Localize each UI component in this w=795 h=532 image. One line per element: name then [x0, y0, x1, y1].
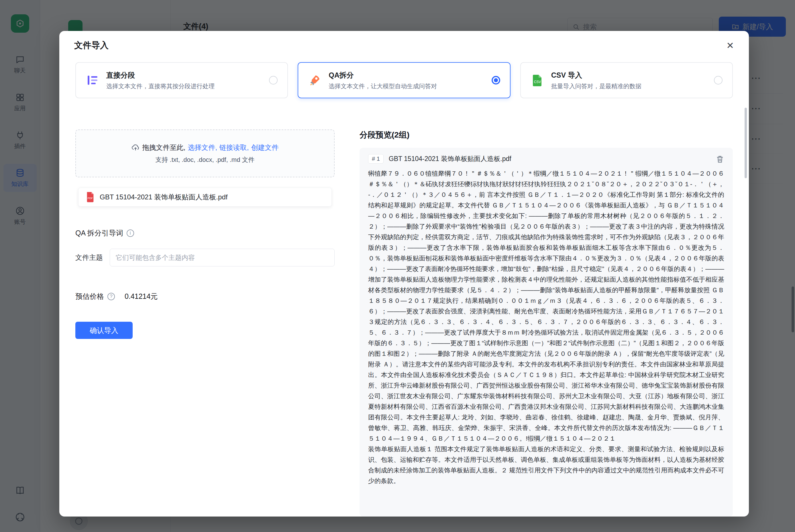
mode-texts: QA拆分 选择文本文件，让大模型自动生成问答对: [328, 71, 437, 90]
preview-column: 分段预览(2组) # 1 GBT 15104-2021 装饰单板贴面人造板.pd…: [360, 130, 733, 516]
supported-formats-text: 支持 .txt, .doc, .docx, .pdf, .md 文件: [155, 155, 255, 164]
uploaded-file-name: GBT 15104-2021 装饰单板贴面人造板.pdf: [100, 192, 227, 202]
mode-card-qa-split[interactable]: QA拆分 选择文本文件，让大模型自动生成问答对: [298, 62, 510, 98]
modal-body: 拖拽文件至此, 选择文件, 链接读取, 创建文件 支持 .txt, .doc, …: [75, 130, 733, 516]
help-icon[interactable]: ?: [108, 293, 115, 300]
preview-chunk-card: # 1 GBT 15104-2021 装饰单板贴面人造板.pdf 犐犆犛７９．０…: [360, 148, 733, 516]
svg-text:PDF: PDF: [88, 197, 93, 200]
file-import-modal: 文件导入 ✕ 直接分段 选择文本文件，直接将其按分段进行处理: [59, 31, 749, 516]
modal-header: 文件导入 ✕: [59, 31, 749, 57]
radio-dot: [494, 78, 498, 82]
topic-label: 文件主题: [75, 253, 103, 262]
chunk-filename: GBT 15104-2021 装饰单板贴面人造板.pdf: [389, 154, 511, 163]
upload-cloud-icon: [131, 143, 140, 152]
csv-icon: CSV: [531, 73, 544, 87]
drop-text-prefix: 拖拽文件至此,: [142, 143, 185, 152]
segment-icon: [86, 73, 99, 87]
topic-row: 文件主题: [75, 249, 335, 266]
mode-title: QA拆分: [328, 71, 437, 80]
mode-desc: 选择文本文件，让大模型自动生成问答对: [328, 82, 437, 90]
chunk-header: # 1 GBT 15104-2021 装饰单板贴面人造板.pdf: [368, 154, 724, 164]
modal-title: 文件导入: [74, 40, 109, 51]
mode-texts: CSV 导入 批量导入问答对，是最精准的数据: [551, 71, 641, 90]
topic-input[interactable]: [110, 249, 335, 266]
price-label: 预估价格: [75, 292, 104, 301]
price-row: 预估价格 ? 0.41214元: [75, 292, 335, 301]
rocket-icon: [308, 73, 322, 87]
delete-chunk-button[interactable]: [716, 155, 724, 163]
mode-desc: 选择文本文件，直接将其按分段进行处理: [106, 82, 214, 90]
pdf-file-icon: PDF: [86, 191, 95, 203]
qa-prompt-row: QA 拆分引导词 i: [75, 228, 335, 238]
mode-texts: 直接分段 选择文本文件，直接将其按分段进行处理: [106, 71, 214, 90]
svg-text:CSV: CSV: [534, 80, 541, 84]
screen: 聊天 应用 插件: [0, 0, 795, 532]
mode-card-csv-import[interactable]: CSV CSV 导入 批量导入问答对，是最精准的数据: [520, 62, 733, 98]
radio-inner: [493, 77, 499, 83]
mode-title: CSV 导入: [551, 71, 641, 80]
import-mode-row: 直接分段 选择文本文件，直接将其按分段进行处理 QA拆分 选择文本文件，让大模型…: [75, 62, 733, 98]
link-read-link[interactable]: 链接读取,: [220, 143, 249, 152]
upload-column: 拖拽文件至此, 选择文件, 链接读取, 创建文件 支持 .txt, .doc, …: [75, 130, 335, 516]
mode-card-direct-segment[interactable]: 直接分段 选择文本文件，直接将其按分段进行处理: [75, 62, 288, 98]
select-file-link[interactable]: 选择文件,: [188, 143, 217, 152]
file-drop-area[interactable]: 拖拽文件至此, 选择文件, 链接读取, 创建文件 支持 .txt, .doc, …: [75, 130, 335, 177]
create-file-link[interactable]: 创建文件: [251, 143, 279, 152]
trash-icon: [716, 155, 724, 163]
price-value: 0.41214元: [125, 292, 157, 301]
close-icon[interactable]: ✕: [726, 41, 734, 50]
mode-radio[interactable]: [269, 76, 278, 84]
chunk-index-badge: # 1: [368, 154, 384, 164]
mode-radio[interactable]: [714, 76, 722, 84]
drop-instruction: 拖拽文件至此, 选择文件, 链接读取, 创建文件: [131, 143, 279, 152]
qa-prompt-label: QA 拆分引导词: [75, 228, 123, 238]
mode-desc: 批量导入问答对，是最精准的数据: [551, 82, 641, 90]
chunk-content: 犐犆犛７９．０６０犆犆犛犅７０！＂＃＄％＆＇（＇）＊犌犅／犜１５１０４—２０２１…: [368, 168, 724, 516]
mode-radio[interactable]: [492, 76, 500, 84]
preview-title: 分段预览(2组): [360, 130, 733, 140]
mode-title: 直接分段: [106, 71, 214, 80]
modal-scrollbar-thumb[interactable]: [744, 108, 747, 178]
uploaded-file-item[interactable]: PDF GBT 15104-2021 装饰单板贴面人造板.pdf: [78, 188, 332, 207]
confirm-import-button[interactable]: 确认导入: [75, 322, 133, 339]
info-icon[interactable]: i: [127, 229, 134, 237]
